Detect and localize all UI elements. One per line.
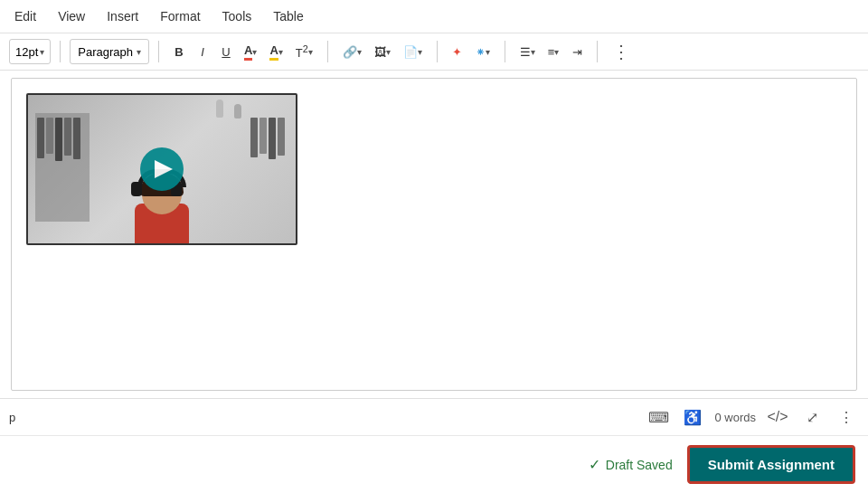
paragraph-style-value: Paragraph [78,45,133,59]
font-color-button[interactable]: A ▾ [239,39,262,64]
keyboard-shortcut-button[interactable]: ⌨ [646,404,671,430]
sparkle-button[interactable]: ⁕ ▾ [470,39,495,64]
font-color-chevron: ▾ [252,47,257,57]
embed-chevron: ▾ [418,47,422,57]
menu-table[interactable]: Table [269,7,307,25]
bookshelf-books [37,118,80,163]
snowflake-button[interactable]: ✦ [447,39,468,64]
light-bulb-1 [234,104,241,119]
toolbar: 12pt ▾ Paragraph ▾ B I U A ▾ A ▾ [0,33,868,71]
insert-group: 🔗 ▾ 🖼 ▾ 📄 ▾ [337,39,428,64]
indent-button[interactable]: ⇥ [566,39,588,64]
more-icon: ⋮ [612,41,631,62]
divider-2 [158,41,159,62]
element-indicator: p [9,411,638,424]
status-right-group: ⌨ ♿ 0 words </> ⤢ ⋮ [646,404,859,430]
divider-5 [505,41,505,62]
expand-button[interactable]: ⤢ [799,404,825,430]
expand-icon: ⤢ [807,409,818,426]
footer: ✓ Draft Saved Submit Assignment [0,435,868,493]
menu-bar: Edit View Insert Format Tools Table [0,0,868,33]
superscript-chevron: ▾ [308,47,313,57]
bold-button[interactable]: B [168,39,190,64]
align-icon: ☰ [520,45,531,59]
layout-group: ☰ ▾ ≡ ▾ ⇥ [514,39,589,64]
play-button-overlay[interactable] [140,147,184,191]
divider-1 [60,41,61,62]
list-icon: ≡ [548,45,555,59]
draft-saved-indicator: ✓ Draft Saved [589,456,673,473]
text-format-group: B I U A ▾ A ▾ T2 ▾ [168,39,318,64]
light-bulb-2 [216,100,223,118]
embed-icon: 📄 [403,45,418,59]
font-size-value: 12pt [15,45,38,59]
font-size-selector[interactable]: 12pt ▾ [9,39,51,64]
embed-button[interactable]: 📄 ▾ [398,39,428,64]
image-icon: 🖼 [374,45,386,59]
link-chevron: ▾ [357,47,362,57]
play-triangle-icon [155,160,173,178]
list-button[interactable]: ≡ ▾ [542,39,565,64]
toolbar-more-button[interactable]: ⋮ [607,39,637,64]
font-size-group: 12pt ▾ [9,39,51,64]
status-more-button[interactable]: ⋮ [834,404,859,430]
right-books [250,118,285,163]
image-chevron: ▾ [386,47,391,57]
sparkle-icon: ⁕ [476,45,486,59]
italic-button[interactable]: I [192,39,213,64]
align-button[interactable]: ☰ ▾ [514,39,541,64]
word-count-display: 0 words [714,411,756,424]
sparkle-chevron: ▾ [486,47,490,57]
editor-content[interactable] [11,78,857,391]
keyboard-icon: ⌨ [648,409,669,426]
checkmark-icon: ✓ [589,456,600,473]
snowflake-icon: ✦ [452,45,462,59]
list-chevron: ▾ [554,47,559,57]
code-icon: </> [767,409,788,425]
video-thumbnail[interactable] [26,93,297,245]
accessibility-icon: ♿ [684,409,702,426]
font-color-label: A [244,43,252,61]
link-button[interactable]: 🔗 ▾ [337,39,367,64]
indent-icon: ⇥ [572,45,582,59]
submit-assignment-button[interactable]: Submit Assignment [687,445,855,484]
menu-format[interactable]: Format [156,7,203,25]
code-view-button[interactable]: </> [765,404,790,430]
status-more-icon: ⋮ [839,409,854,426]
divider-4 [437,41,438,62]
status-bar: p ⌨ ♿ 0 words </> ⤢ ⋮ [0,398,868,435]
draft-saved-label: Draft Saved [606,458,673,472]
paragraph-chevron: ▾ [137,47,141,57]
divider-3 [327,41,328,62]
menu-edit[interactable]: Edit [11,7,40,25]
superscript-label: T2 [296,43,308,60]
menu-view[interactable]: View [54,7,89,25]
paragraph-selector[interactable]: Paragraph ▾ [70,39,149,64]
menu-tools[interactable]: Tools [219,7,256,25]
underline-button[interactable]: U [215,39,237,64]
paragraph-group: Paragraph ▾ [70,39,149,64]
divider-6 [597,41,598,62]
editor-wrapper [0,71,868,398]
image-button[interactable]: 🖼 ▾ [369,39,396,64]
accessibility-button[interactable]: ♿ [680,404,705,430]
special-group: ✦ ⁕ ▾ [447,39,495,64]
font-size-chevron: ▾ [40,47,44,57]
menu-insert[interactable]: Insert [103,7,142,25]
highlight-chevron: ▾ [278,47,283,57]
app-container: Edit View Insert Format Tools Table 12pt… [0,0,868,493]
superscript-button[interactable]: T2 ▾ [290,39,318,64]
highlight-label: A [269,43,278,61]
link-icon: 🔗 [343,45,357,59]
highlight-button[interactable]: A ▾ [264,39,288,64]
align-chevron: ▾ [531,47,535,57]
